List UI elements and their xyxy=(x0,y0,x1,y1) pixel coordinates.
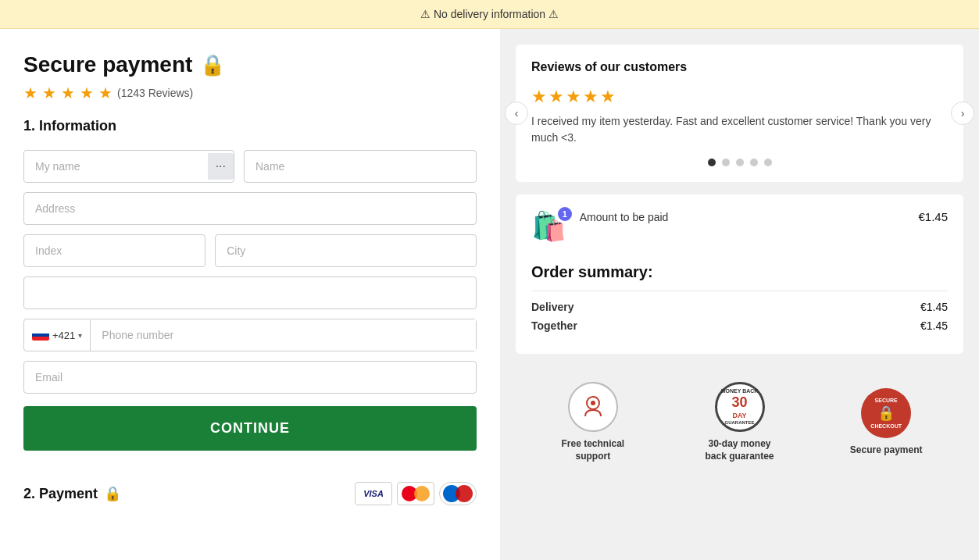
maestro-card xyxy=(439,482,477,505)
guarantee-badge-icon: MONEY BACK 30 DAY GUARANTEE xyxy=(715,382,765,432)
continue-button[interactable]: CONTINUE xyxy=(23,406,477,451)
payment-section: 2. Payment 🔒 VISA xyxy=(23,474,477,505)
dot-4[interactable] xyxy=(750,159,758,166)
order-card: 🛍️ 1 Amount to be paid €1.45 Order summa… xyxy=(516,194,963,354)
trust-badges: Free technical support MONEY BACK 30 DAY… xyxy=(516,366,963,478)
delivery-value: €1.45 xyxy=(920,301,948,313)
section-info-title: 1. Information xyxy=(23,118,477,134)
warn-icon-right: ⚠ xyxy=(548,8,559,20)
amount-value: €1.45 xyxy=(918,210,948,223)
rev-star-3: ★ xyxy=(566,87,581,107)
country-input[interactable]: Slovakia xyxy=(23,276,477,309)
top-banner: ⚠ No delivery information ⚠ xyxy=(0,0,979,29)
bag-icon-wrap: 🛍️ 1 xyxy=(531,210,569,252)
dot-2[interactable] xyxy=(722,159,730,166)
review-stars: ★ ★ ★ ★ ★ xyxy=(531,87,948,107)
rev-star-5: ★ xyxy=(600,87,616,107)
payment-title-text: 2. Payment xyxy=(23,486,98,502)
together-value: €1.45 xyxy=(920,319,948,332)
info-form: ··· Slovakia xyxy=(23,150,477,451)
order-divider xyxy=(531,291,948,291)
svg-point-1 xyxy=(591,401,595,405)
cart-badge: 1 xyxy=(558,207,572,221)
phone-code: +421 xyxy=(52,330,75,341)
star-1: ★ xyxy=(23,84,38,102)
city-input[interactable] xyxy=(215,234,477,267)
payment-cards: VISA xyxy=(355,482,477,505)
secure-payment-title: Secure payment 🔒 xyxy=(23,52,477,77)
left-panel: Secure payment 🔒 ★ ★ ★ ★ ★ (1243 Reviews… xyxy=(0,29,500,560)
mastercard-card xyxy=(397,482,434,505)
delivery-label: Delivery xyxy=(531,301,573,313)
trust-secure: SECURE 🔒 CHECKOUT Secure payment xyxy=(816,388,956,457)
reviews-card: Reviews of our customers ‹ › ★ ★ ★ ★ ★ I… xyxy=(516,45,963,182)
right-panel: Reviews of our customers ‹ › ★ ★ ★ ★ ★ I… xyxy=(500,29,979,560)
phone-wrap: +421 ▾ xyxy=(23,319,477,351)
star-3: ★ xyxy=(61,84,75,102)
my-name-wrap: ··· xyxy=(23,150,234,183)
support-badge-icon xyxy=(568,382,618,432)
rev-star-4: ★ xyxy=(583,87,598,107)
my-name-input[interactable] xyxy=(24,151,208,182)
together-label: Together xyxy=(531,319,577,332)
title-text: Secure payment xyxy=(23,52,192,77)
warn-icon-left: ⚠ xyxy=(420,8,431,20)
trust-guarantee: MONEY BACK 30 DAY GUARANTEE 30-day money… xyxy=(670,382,809,462)
order-top: 🛍️ 1 Amount to be paid €1.45 xyxy=(531,210,948,252)
trust-guarantee-label: 30-day money back guarantee xyxy=(701,438,779,462)
name-row: ··· xyxy=(23,150,477,183)
carousel-dots xyxy=(531,159,948,166)
secure-badge-icon: SECURE 🔒 CHECKOUT xyxy=(861,388,911,438)
name-input[interactable] xyxy=(244,150,477,183)
trust-secure-label: Secure payment xyxy=(850,444,923,457)
maestro-red-circle xyxy=(456,485,473,502)
carousel-prev-button[interactable]: ‹ xyxy=(505,102,528,125)
reviews-count: (1243 Reviews) xyxy=(117,87,193,99)
rev-star-2: ★ xyxy=(548,87,564,107)
flag-slovakia xyxy=(32,330,49,341)
visa-card: VISA xyxy=(355,482,392,505)
dot-1[interactable] xyxy=(708,159,716,166)
payment-lock-icon: 🔒 xyxy=(104,485,121,502)
index-city-row xyxy=(23,234,477,267)
star-half: ★ xyxy=(98,84,113,102)
trust-support: Free technical support xyxy=(523,382,663,462)
main-layout: Secure payment 🔒 ★ ★ ★ ★ ★ (1243 Reviews… xyxy=(0,29,979,560)
index-input[interactable] xyxy=(23,234,205,267)
payment-title: 2. Payment 🔒 xyxy=(23,485,121,502)
carousel-next-button[interactable]: › xyxy=(951,102,974,125)
chevron-down-icon: ▾ xyxy=(78,331,82,340)
banner-text: No delivery information xyxy=(434,8,545,20)
amount-to-be-paid-row: Amount to be paid €1.45 xyxy=(580,210,948,223)
trust-support-label: Free technical support xyxy=(554,438,632,462)
address-input[interactable] xyxy=(23,192,477,225)
amount-label: Amount to be paid xyxy=(580,211,669,223)
phone-prefix[interactable]: +421 ▾ xyxy=(24,320,91,351)
order-row-together: Together €1.45 xyxy=(531,319,948,332)
name-dots-button[interactable]: ··· xyxy=(208,153,234,180)
mc-right-circle xyxy=(414,486,430,501)
order-summary-title: Order summary: xyxy=(531,263,948,281)
rev-star-1: ★ xyxy=(531,87,547,107)
star-4: ★ xyxy=(80,84,94,102)
lock-icon: 🔒 xyxy=(200,53,225,77)
star-2: ★ xyxy=(42,84,56,102)
dot-3[interactable] xyxy=(736,159,744,166)
reviews-card-title: Reviews of our customers xyxy=(531,60,948,74)
order-row-delivery: Delivery €1.45 xyxy=(531,301,948,313)
phone-input[interactable] xyxy=(91,319,476,351)
email-input[interactable] xyxy=(23,361,477,394)
dot-5[interactable] xyxy=(764,159,772,166)
review-text: I received my item yesterday. Fast and e… xyxy=(531,113,948,146)
stars-row: ★ ★ ★ ★ ★ (1243 Reviews) xyxy=(23,84,477,102)
